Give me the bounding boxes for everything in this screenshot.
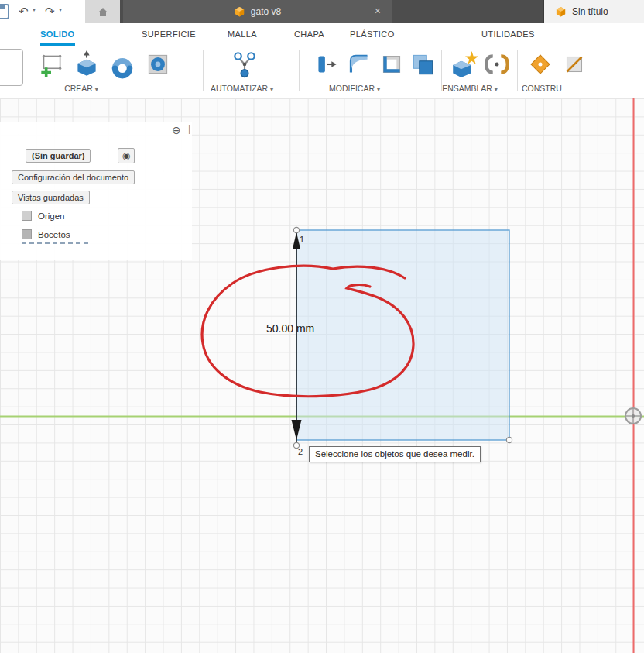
extrude-button[interactable] xyxy=(71,49,102,80)
new-component-button[interactable] xyxy=(449,49,480,80)
construction-axis-icon xyxy=(560,50,589,79)
browser-item-sketches[interactable]: Bocetos xyxy=(22,229,88,244)
origin-folder-icon xyxy=(22,211,32,221)
automate-button[interactable] xyxy=(229,49,260,80)
document-tab-title: gato v8 xyxy=(251,6,281,17)
document-tabstrip: gato v8 × Sin título xyxy=(120,0,644,23)
shell-button[interactable] xyxy=(376,49,407,80)
browser-item-saved-views[interactable]: Vistas guardadas xyxy=(12,191,90,204)
press-pull-icon xyxy=(312,50,341,79)
tab-chapa[interactable]: CHAPA xyxy=(294,23,324,46)
undo-dropdown[interactable]: ▾ xyxy=(33,6,36,13)
toolbar-divider xyxy=(299,50,300,91)
cylinder-icon xyxy=(143,50,173,79)
automate-node-icon xyxy=(230,50,259,79)
document-unsaved-label[interactable]: (Sin guardar) xyxy=(26,149,91,163)
fillet-button[interactable] xyxy=(344,49,375,80)
chevron-down-icon: ▾ xyxy=(495,86,498,93)
create-sketch-button[interactable] xyxy=(36,49,67,80)
construction-plane-button[interactable] xyxy=(525,49,556,80)
dimension-value-label[interactable]: 50.00 mm xyxy=(266,322,314,335)
fusion-window: ↶ ▾ ↷ ▾ gato v8 × xyxy=(0,0,644,653)
cylinder-button[interactable] xyxy=(142,49,173,80)
tab-plastico[interactable]: PLÁSTICO xyxy=(350,23,395,46)
group-label-ensamblar[interactable]: ENSAMBLAR ▾ xyxy=(424,82,516,95)
redo-button[interactable]: ↷ xyxy=(45,2,55,21)
partial-tool-button[interactable] xyxy=(0,49,23,86)
joint-button[interactable] xyxy=(481,49,512,80)
save-icon[interactable] xyxy=(0,4,9,19)
home-view-button[interactable] xyxy=(85,0,120,23)
revolve-icon xyxy=(108,50,137,79)
document-record-icon[interactable]: ◉ xyxy=(118,148,135,163)
press-pull-button[interactable] xyxy=(311,49,342,80)
window-titlebar: ↶ ▾ ↷ ▾ gato v8 × xyxy=(0,0,644,23)
sketches-folder-icon xyxy=(22,229,32,239)
document-cube-icon xyxy=(555,6,567,18)
revolve-button[interactable] xyxy=(107,49,138,80)
ribbon-tab-row: SOLIDO SUPERFICIE MALLA CHAPA PLÁSTICO U… xyxy=(0,23,644,46)
browser-item-origin[interactable]: Origen xyxy=(22,211,65,221)
combine-icon xyxy=(408,50,437,79)
group-label-crear[interactable]: CREAR ▾ xyxy=(43,82,120,95)
redo-dropdown[interactable]: ▾ xyxy=(59,6,62,13)
tab-solido[interactable]: SOLIDO xyxy=(40,23,75,46)
ribbon-toolbar: CREAR ▾ AUTOMATIZAR ▾ xyxy=(0,46,644,98)
construction-axis-button[interactable] xyxy=(559,49,590,80)
group-label-automatizar[interactable]: AUTOMATIZAR ▾ xyxy=(197,82,286,95)
measure-point-2-label: 2 xyxy=(298,447,303,456)
document-tab-gato-v8[interactable]: gato v8 × xyxy=(123,0,392,23)
browser-item-document-settings[interactable]: Configuración del documento xyxy=(12,170,135,184)
shell-icon xyxy=(377,50,406,79)
chevron-down-icon: ▾ xyxy=(270,86,273,93)
tab-superficie[interactable]: SUPERFICIE xyxy=(142,23,196,46)
measure-tooltip: Seleccione los objetos que desea medir. xyxy=(309,446,481,462)
tab-malla[interactable]: MALLA xyxy=(228,23,257,46)
tab-utilidades[interactable]: UTILIDADES xyxy=(481,23,535,46)
collapse-panel-icon[interactable]: ⊖ xyxy=(172,124,181,136)
untitled-tab-title: Sin título xyxy=(572,6,608,17)
create-sketch-icon xyxy=(36,50,66,79)
document-tab-untitled[interactable]: Sin título xyxy=(543,0,644,23)
chevron-down-icon: ▾ xyxy=(377,86,380,93)
measure-point-1-label: 1 xyxy=(300,235,304,244)
group-label-modificar[interactable]: MODIFICAR ▾ xyxy=(308,82,401,95)
joint-icon xyxy=(482,50,512,79)
close-tab-icon[interactable]: × xyxy=(375,5,381,17)
chevron-down-icon: ▾ xyxy=(95,86,98,93)
new-component-icon xyxy=(450,50,479,79)
combine-button[interactable] xyxy=(407,49,438,80)
home-icon xyxy=(97,6,109,18)
group-label-construir[interactable]: CONSTRU xyxy=(503,82,581,95)
document-cube-icon xyxy=(234,6,245,18)
undo-button[interactable]: ↶ xyxy=(19,2,29,21)
panel-grip[interactable]: | xyxy=(188,122,190,134)
extrude-box-icon xyxy=(72,50,101,79)
fillet-icon xyxy=(344,50,374,79)
browser-panel: ⊖ | (Sin guardar) ◉ Configuración del do… xyxy=(0,122,192,260)
construction-plane-icon xyxy=(526,50,555,79)
